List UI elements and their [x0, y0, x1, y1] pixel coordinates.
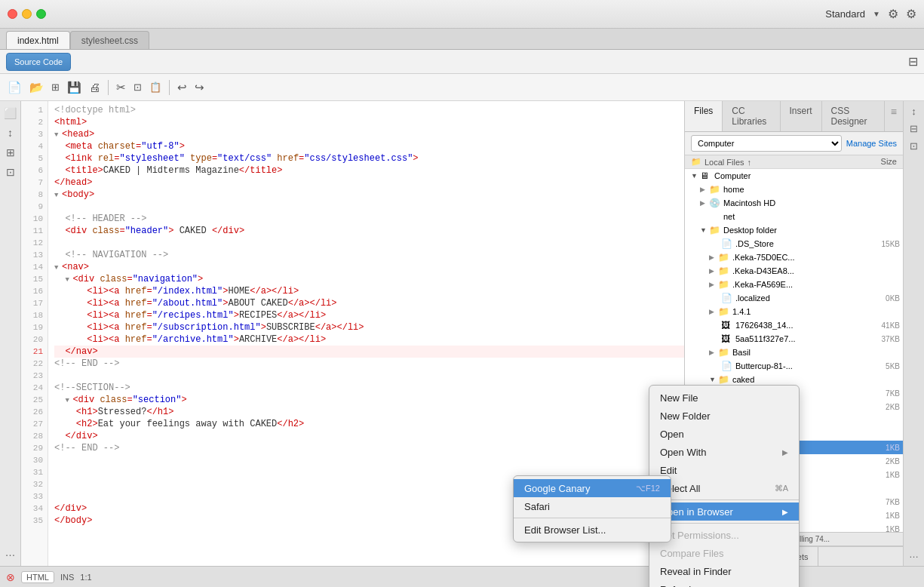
- rs-icon-2[interactable]: ⊟: [910, 123, 918, 134]
- ctx-sep-1: [649, 499, 799, 500]
- right-panel-tabs: Files CC Libraries Insert CSS Designer ≡: [685, 101, 903, 132]
- tab-stylesheet-css-label: stylesheet.css: [81, 35, 138, 46]
- ctx-new-file[interactable]: New File: [649, 389, 799, 407]
- browser-google-canary[interactable]: Google Canary ⌥F12: [514, 479, 671, 497]
- code-line-18: <li><a href="/recipes.html">RECIPES</a><…: [54, 309, 684, 321]
- new-file-button[interactable]: 📄: [6, 79, 23, 96]
- save-button[interactable]: 💾: [66, 79, 83, 96]
- line-num-32: 32: [21, 478, 48, 490]
- ctx-open-with-arrow: ▶: [782, 448, 788, 456]
- code-line-30: [54, 454, 684, 466]
- tree-item-desktop[interactable]: ▼ 📁 Desktop folder: [685, 223, 903, 237]
- code-line-24: <!--SECTION-->: [54, 382, 684, 394]
- rs-icon-4[interactable]: …: [909, 549, 919, 560]
- edit-browser-list[interactable]: Edit Browser List...: [514, 521, 671, 539]
- minimize-button[interactable]: [22, 9, 32, 19]
- tree-size-ds1: 15KB: [870, 240, 900, 248]
- browse-button[interactable]: ⊞: [50, 80, 61, 94]
- tree-item-macintosh[interactable]: ▶ 💿 Macintosh HD: [685, 196, 903, 210]
- tree-item-net[interactable]: net: [685, 210, 903, 223]
- tree-item-keka1[interactable]: ▶ 📁 .Keka-75D0EC...: [685, 250, 903, 264]
- tree-item-home[interactable]: ▶ 📁 home: [685, 183, 903, 196]
- layout-dropdown-icon[interactable]: ▼: [873, 10, 880, 18]
- tree-arrow-keka1: ▶: [709, 254, 718, 261]
- ctx-new-folder[interactable]: New Folder: [649, 407, 799, 425]
- filter-icon[interactable]: ⊟: [908, 54, 918, 69]
- ctx-open-with[interactable]: Open With ▶: [649, 443, 799, 461]
- code-line-2: <html>: [54, 116, 684, 128]
- print-button[interactable]: 🖨: [87, 79, 102, 95]
- code-line-29: <!-- END -->: [54, 442, 684, 454]
- toolbar: 📄 📂 ⊞ 💾 🖨 ✂ ⊡ 📋 ↩ ↪: [0, 74, 924, 101]
- language-indicator[interactable]: HTML: [21, 571, 54, 583]
- tab-css-designer[interactable]: CSS Designer: [822, 101, 885, 131]
- right-panel-menu-icon[interactable]: ≡: [885, 101, 903, 131]
- layout-mode-label[interactable]: Standard: [825, 8, 865, 20]
- browser-submenu[interactable]: Google Canary ⌥F12 Safari Edit Browser L…: [513, 475, 671, 542]
- ctx-compare-files-label: Compare Files: [660, 548, 724, 559]
- manage-sites-link[interactable]: Manage Sites: [846, 139, 897, 148]
- maximize-button[interactable]: [36, 9, 46, 19]
- cut-button[interactable]: ✂: [115, 79, 127, 96]
- tab-index-html[interactable]: index.html: [6, 31, 70, 49]
- ctx-reveal-in-finder[interactable]: Reveal in Finder: [649, 562, 799, 580]
- settings-gear-icon[interactable]: ⚙: [888, 7, 898, 21]
- ctx-open-in-browser[interactable]: Open in Browser ▶: [649, 502, 799, 521]
- tree-item-img1[interactable]: 🖼 17626438_14... 41KB: [685, 318, 903, 332]
- computer-dropdown[interactable]: Computer: [691, 135, 842, 152]
- local-files-text: 📁: [691, 157, 701, 167]
- line-num-22: 22: [21, 358, 48, 370]
- code-line-8: ▼ <body>: [54, 189, 684, 201]
- line-num-18: 18: [21, 309, 48, 321]
- close-button[interactable]: [8, 9, 17, 19]
- tree-item-keka2[interactable]: ▶ 📁 .Keka-D43EA8...: [685, 264, 903, 278]
- line-num-3: 3: [21, 128, 48, 140]
- settings-extra-icon[interactable]: ⚙: [906, 7, 916, 21]
- left-icon-5[interactable]: …: [4, 545, 17, 560]
- local-files-up-icon: ↑: [747, 158, 752, 167]
- left-icon-2[interactable]: ↕: [6, 125, 14, 140]
- tree-item-basil[interactable]: ▶ 📁 Basil: [685, 346, 903, 359]
- home-folder-icon: 📁: [709, 184, 721, 195]
- tree-item-keka3[interactable]: ▶ 📁 .Keka-FA569E...: [685, 278, 903, 291]
- redo-button[interactable]: ↪: [193, 79, 206, 96]
- tree-size-img1: 41KB: [870, 321, 900, 330]
- tree-item-buttercup[interactable]: 📄 Buttercup-81-... 5KB: [685, 359, 903, 373]
- rs-icon-3[interactable]: ⊡: [910, 140, 918, 152]
- left-icon-3[interactable]: ⊞: [5, 145, 17, 160]
- tree-size-store2: 7KB: [870, 498, 900, 506]
- computer-icon: 🖥: [700, 171, 712, 181]
- source-code-view-button[interactable]: Source Code: [6, 53, 71, 71]
- tab-stylesheet-css[interactable]: stylesheet.css: [70, 31, 149, 49]
- keka1-icon: 📁: [718, 252, 730, 263]
- ctx-refresh[interactable]: Refresh: [649, 580, 799, 587]
- open-folder-button[interactable]: 📂: [28, 79, 45, 96]
- code-line-13: <!-- NAVIGATION -->: [54, 249, 684, 261]
- copy-button[interactable]: ⊡: [132, 80, 143, 94]
- ctx-edit[interactable]: Edit: [649, 461, 799, 479]
- tree-item-localized[interactable]: 📄 .localized 0KB: [685, 291, 903, 305]
- tree-item-computer[interactable]: ▼ 🖥 Computer: [685, 169, 903, 183]
- left-icon-4[interactable]: ⊡: [5, 164, 17, 180]
- code-line-19: <li><a href="/subscription.html">SUBSCRI…: [54, 321, 684, 333]
- undo-button[interactable]: ↩: [176, 79, 189, 96]
- paste-button[interactable]: 📋: [148, 80, 163, 94]
- tree-item-ds-store-1[interactable]: 📄 .DS_Store 15KB: [685, 237, 903, 250]
- tab-insert[interactable]: Insert: [781, 101, 822, 131]
- tree-item-img2[interactable]: 🖼 5aa511f327e7... 37KB: [685, 332, 903, 346]
- line-num-11: 11: [21, 225, 48, 237]
- browser-safari[interactable]: Safari: [514, 497, 671, 515]
- basil-icon: 📁: [718, 347, 730, 358]
- rs-icon-1[interactable]: ↕: [911, 106, 916, 117]
- code-line-1: <!doctype html>: [54, 104, 684, 116]
- tab-files[interactable]: Files: [685, 101, 723, 131]
- ctx-open[interactable]: Open: [649, 425, 799, 443]
- left-icon-1[interactable]: ⬜: [2, 106, 18, 121]
- context-menu[interactable]: New File New Folder Open Open With ▶ Edi…: [649, 385, 800, 587]
- tab-cc-libraries[interactable]: CC Libraries: [723, 101, 780, 131]
- tree-arrow-keka3: ▶: [709, 281, 718, 288]
- tab-bar: index.html stylesheet.css: [0, 29, 924, 50]
- tree-item-141[interactable]: ▶ 📁 1.4.1: [685, 305, 903, 318]
- line-num-2: 2: [21, 116, 48, 128]
- ctx-select-all[interactable]: Select All ⌘A: [649, 479, 799, 497]
